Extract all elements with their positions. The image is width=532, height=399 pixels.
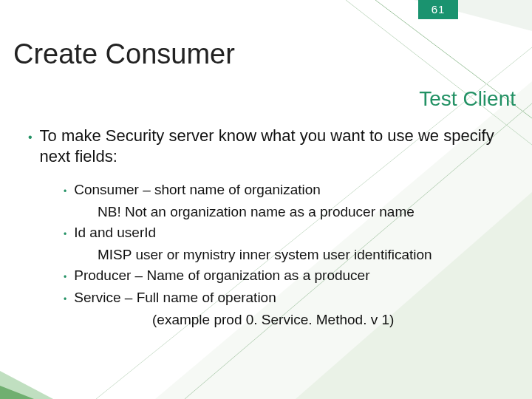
bullet-icon: • [28,126,33,167]
bullet-icon: • [64,180,66,201]
list-item-sub: (example prod 0. Service. Method. v 1) [152,310,511,330]
sub-bullets: • Consumer – short name of organization … [64,180,511,330]
slide: 61 Create Consumer Test Client • To make… [0,0,532,399]
bullet-level1: • To make Security server know what you … [28,126,511,167]
bullet-icon: • [64,288,66,309]
list-item-text: Id and userId [74,223,156,244]
list-item-text: Producer – Name of organization as a pro… [74,266,369,287]
list-item: • Producer – Name of organization as a p… [64,266,511,287]
bullet-text: To make Security server know what you wa… [40,126,511,167]
svg-line-1 [346,0,532,145]
slide-title: Create Consumer [13,38,235,70]
list-item: • Id and userId [64,223,511,244]
list-item-text: Consumer – short name of organization [74,180,321,201]
list-item: • Consumer – short name of organization [64,180,511,201]
bullet-icon: • [64,223,66,244]
bullet-icon: • [64,266,66,287]
list-item-sub: NB! Not an organization name as a produc… [98,202,511,222]
list-item-text: Service – Full name of operation [74,288,276,309]
list-item: • Service – Full name of operation [64,288,511,309]
page-number-badge: 61 [418,0,458,19]
slide-subtitle: Test Client [419,87,516,111]
content-area: • To make Security server know what you … [28,126,511,331]
list-item-sub: MISP user or mynistry inner system user … [98,245,511,265]
